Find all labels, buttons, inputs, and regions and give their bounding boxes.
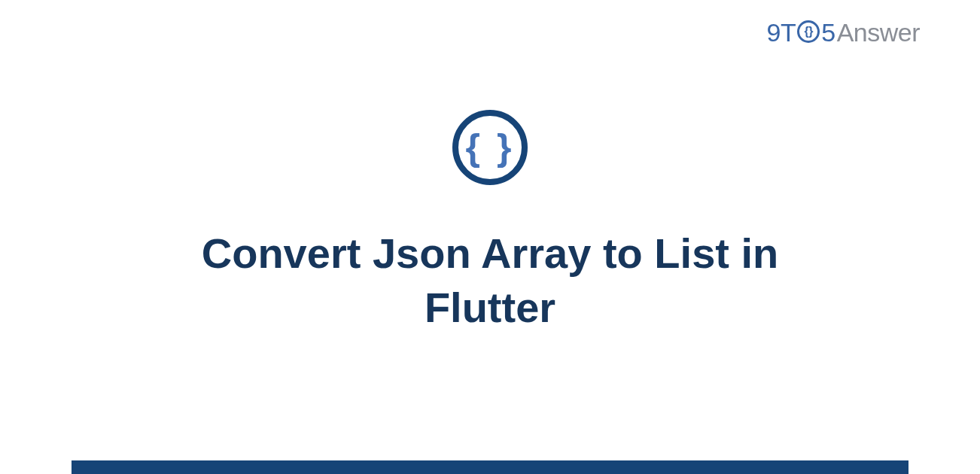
bottom-accent-bar xyxy=(72,460,908,474)
main-content: { } Convert Json Array to List in Flutte… xyxy=(0,0,980,474)
braces-icon: { } xyxy=(466,129,515,166)
page-title: Convert Json Array to List in Flutter xyxy=(151,226,829,334)
category-icon: { } xyxy=(452,110,528,185)
